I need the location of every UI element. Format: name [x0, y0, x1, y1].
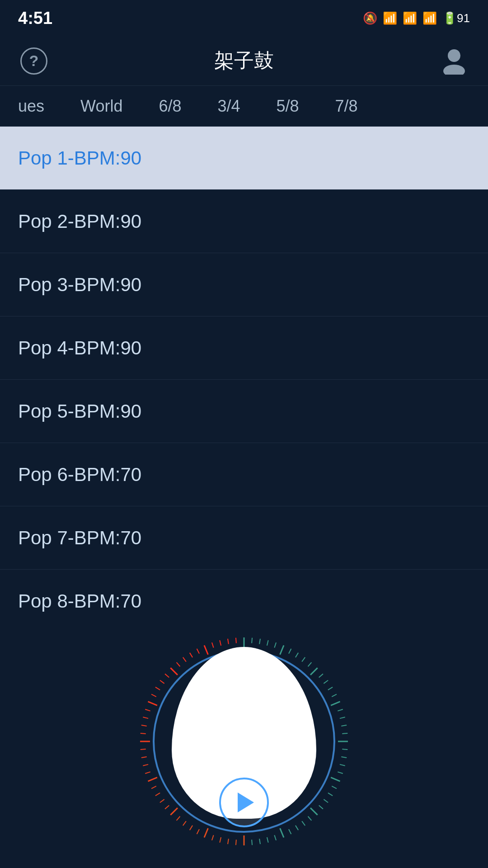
- svg-line-3: [252, 638, 252, 643]
- svg-line-47: [204, 828, 208, 837]
- svg-line-29: [328, 793, 333, 796]
- list-item[interactable]: Pop 2-BPM:90: [0, 190, 488, 253]
- tab-5-8[interactable]: 5/8: [258, 86, 317, 126]
- svg-line-63: [141, 733, 146, 734]
- item-label: Pop 6-BPM:70: [18, 464, 141, 486]
- svg-line-19: [340, 717, 345, 718]
- svg-line-25: [340, 764, 345, 766]
- svg-line-69: [155, 687, 160, 690]
- user-profile-icon: [441, 47, 468, 75]
- svg-line-65: [143, 717, 148, 718]
- list-item[interactable]: Pop 6-BPM:70: [0, 443, 488, 506]
- svg-line-37: [280, 828, 284, 837]
- svg-line-6: [274, 642, 276, 647]
- svg-line-15: [328, 687, 333, 690]
- svg-line-45: [220, 837, 221, 843]
- svg-line-75: [190, 653, 192, 657]
- svg-line-79: [220, 640, 221, 646]
- user-button[interactable]: [438, 45, 470, 77]
- svg-line-9: [296, 653, 298, 657]
- list-item[interactable]: Pop 3-BPM:90: [0, 253, 488, 316]
- tab-6-8[interactable]: 6/8: [141, 86, 199, 126]
- svg-line-74: [183, 657, 186, 662]
- svg-line-49: [190, 826, 192, 830]
- svg-line-34: [302, 821, 305, 826]
- play-button[interactable]: [219, 778, 269, 827]
- list-item[interactable]: Pop 4-BPM:90: [0, 316, 488, 380]
- svg-line-61: [141, 749, 146, 750]
- svg-line-77: [204, 646, 208, 655]
- page-title: 架子鼓: [214, 47, 274, 74]
- list-item[interactable]: Pop 7-BPM:70: [0, 506, 488, 570]
- svg-line-78: [212, 642, 214, 647]
- tab-bar: ues World 6/8 3/4 5/8 7/8: [0, 86, 488, 127]
- item-label: Pop 2-BPM:90: [18, 211, 141, 232]
- svg-line-26: [338, 772, 343, 774]
- svg-line-7: [280, 646, 284, 655]
- svg-line-16: [332, 694, 337, 697]
- svg-line-17: [331, 702, 340, 705]
- svg-point-1: [443, 65, 465, 75]
- svg-line-71: [165, 674, 169, 678]
- svg-line-80: [228, 639, 229, 644]
- svg-line-21: [342, 733, 347, 734]
- svg-line-39: [267, 837, 268, 843]
- svg-point-0: [448, 49, 460, 62]
- svg-line-81: [236, 638, 236, 643]
- tab-3-4[interactable]: 3/4: [199, 86, 258, 126]
- bottom-player: [0, 615, 488, 868]
- tab-7-8[interactable]: 7/8: [317, 86, 376, 126]
- svg-line-76: [197, 649, 199, 654]
- list-item[interactable]: Pop 1-BPM:90: [0, 127, 488, 190]
- svg-line-14: [324, 680, 328, 684]
- svg-line-46: [212, 835, 214, 840]
- dial-container: [131, 628, 357, 854]
- svg-line-68: [151, 694, 156, 697]
- svg-line-44: [228, 839, 229, 844]
- svg-line-13: [319, 674, 323, 678]
- svg-line-35: [296, 826, 298, 830]
- track-list: Pop 1-BPM:90 Pop 2-BPM:90 Pop 3-BPM:90 P…: [0, 127, 488, 633]
- item-label: Pop 8-BPM:70: [18, 590, 141, 612]
- svg-line-64: [141, 725, 147, 726]
- tab-world[interactable]: World: [62, 86, 141, 126]
- list-item[interactable]: Pop 5-BPM:90: [0, 380, 488, 443]
- svg-line-57: [148, 778, 157, 781]
- svg-line-20: [341, 725, 347, 726]
- svg-line-11: [308, 662, 312, 666]
- app-header: ? 架子鼓: [0, 36, 488, 86]
- svg-line-60: [141, 757, 147, 758]
- tab-blues[interactable]: ues: [0, 86, 62, 126]
- svg-line-70: [160, 680, 164, 684]
- question-icon: ?: [20, 47, 47, 75]
- svg-line-23: [342, 749, 347, 750]
- svg-line-56: [151, 786, 156, 788]
- status-bar: 4:51 🔕 📶 📶 📶 🔋91: [0, 0, 488, 36]
- svg-line-4: [259, 639, 260, 644]
- svg-line-43: [236, 840, 236, 845]
- signal-icon: 📶: [383, 11, 397, 25]
- svg-line-31: [319, 806, 323, 809]
- svg-line-27: [331, 778, 340, 781]
- svg-line-24: [341, 757, 347, 758]
- svg-line-40: [259, 839, 260, 844]
- svg-line-51: [177, 816, 180, 821]
- help-button[interactable]: ?: [18, 45, 50, 77]
- svg-line-53: [165, 806, 169, 809]
- play-icon: [238, 793, 254, 812]
- svg-line-58: [145, 772, 150, 774]
- svg-line-5: [267, 640, 268, 646]
- hd-signal-icon: 📶: [403, 11, 417, 25]
- svg-line-38: [274, 835, 276, 840]
- svg-line-30: [324, 799, 328, 802]
- svg-line-54: [160, 799, 164, 802]
- svg-line-72: [170, 668, 178, 675]
- svg-line-66: [145, 709, 150, 711]
- svg-line-8: [289, 649, 291, 654]
- svg-line-36: [289, 829, 291, 834]
- mute-icon: 🔕: [363, 11, 377, 25]
- item-label: Pop 1-BPM:90: [18, 147, 141, 169]
- item-label: Pop 3-BPM:90: [18, 274, 141, 296]
- svg-line-67: [148, 702, 157, 705]
- svg-line-32: [310, 808, 318, 815]
